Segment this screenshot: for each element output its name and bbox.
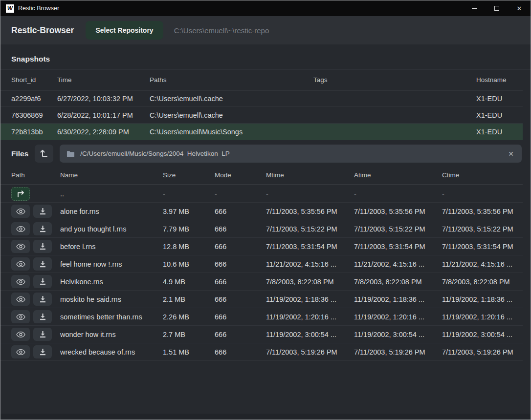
column-header-tags: Tags xyxy=(313,76,476,84)
window-title: Restic Browser xyxy=(18,5,59,12)
eye-icon xyxy=(16,243,25,250)
download-file-button[interactable] xyxy=(33,205,52,218)
file-size: 2.7 MB xyxy=(163,331,215,338)
column-header-atime: Atime xyxy=(354,171,442,179)
maximize-button[interactable] xyxy=(486,0,508,16)
preview-file-button[interactable] xyxy=(11,205,30,218)
column-header-short-id: Short_id xyxy=(11,76,57,84)
app-logo-icon: W xyxy=(6,4,14,13)
file-row: before l.rns 12.8 MB 666 7/11/2003, 5:31… xyxy=(0,238,523,255)
eye-icon xyxy=(16,261,25,268)
snapshot-hostname: X1-EDU xyxy=(476,95,523,103)
titlebar-left: W Restic Browser xyxy=(0,4,59,13)
snapshot-paths: C:\Users\emuell\Music\Songs xyxy=(150,128,313,136)
window-bottom-edge xyxy=(0,414,531,420)
column-header-size: Size xyxy=(163,171,215,179)
file-row: Helvikone.rns 4.9 MB 666 7/8/2003, 8:22:… xyxy=(0,273,523,291)
close-button[interactable]: ✕ xyxy=(508,0,531,16)
file-size: 1.51 MB xyxy=(163,348,215,356)
level-up-icon xyxy=(40,149,48,158)
preview-file-button[interactable] xyxy=(11,310,30,323)
download-file-button[interactable] xyxy=(33,293,52,306)
download-file-button[interactable] xyxy=(33,345,52,358)
current-path-text: /C/Users/emuell/Music/Songs/2004_Helveti… xyxy=(80,150,502,157)
download-icon xyxy=(39,313,46,320)
preview-file-button[interactable] xyxy=(11,222,30,235)
file-atime: 11/19/2002, 3:00:54 ... xyxy=(354,331,442,338)
eye-icon xyxy=(16,278,25,285)
column-header-name: Name xyxy=(60,171,163,179)
app-header: Restic-Browser Select Repository C:\User… xyxy=(0,16,531,44)
file-mode: 666 xyxy=(215,348,266,356)
file-row: wonder how it.rns 2.7 MB 666 11/19/2002,… xyxy=(0,326,523,343)
download-icon xyxy=(39,295,46,303)
preview-file-button[interactable] xyxy=(11,257,30,271)
preview-file-button[interactable] xyxy=(11,240,30,253)
snapshot-row[interactable]: a2299af6 6/27/2022, 10:03:32 PM C:\Users… xyxy=(0,90,523,107)
file-atime: - xyxy=(354,190,442,198)
snapshot-row[interactable]: 76306869 6/28/2022, 10:01:17 PM C:\Users… xyxy=(0,107,523,124)
download-file-button[interactable] xyxy=(33,240,52,253)
file-mode: 666 xyxy=(215,225,266,233)
eye-icon xyxy=(16,349,25,356)
clear-path-button[interactable]: ✕ xyxy=(507,150,515,157)
titlebar: W Restic Browser ✕ xyxy=(0,0,531,16)
file-mtime: 11/21/2002, 4:15:16 ... xyxy=(266,260,354,268)
eye-icon xyxy=(16,331,25,338)
snapshot-time: 6/27/2022, 10:03:32 PM xyxy=(57,95,150,103)
file-name: sometimes better than.rns xyxy=(60,313,163,321)
download-file-button[interactable] xyxy=(33,257,52,271)
parent-directory-row: .. - - - - - xyxy=(0,185,523,203)
file-atime: 7/11/2003, 5:31:54 PM xyxy=(354,243,442,251)
file-ctime: 11/21/2002, 4:15:16 ... xyxy=(442,260,523,268)
file-atime: 7/8/2003, 8:22:08 PM xyxy=(354,278,442,286)
clear-path-icon: ✕ xyxy=(508,150,514,158)
download-icon xyxy=(39,243,46,250)
download-icon xyxy=(39,260,46,268)
preview-file-button[interactable] xyxy=(11,293,30,306)
snapshots-table: Short_id Time Paths Tags Hostname a2299a… xyxy=(0,70,523,140)
file-ctime: - xyxy=(442,190,523,198)
file-row: feel home now !.rns 10.6 MB 666 11/21/20… xyxy=(0,255,523,273)
download-file-button[interactable] xyxy=(33,310,52,323)
eye-icon xyxy=(16,314,25,320)
snapshot-row-selected[interactable]: 72b813bb 6/30/2022, 2:28:09 PM C:\Users\… xyxy=(0,124,523,140)
files-table-header: Path Name Size Mode Mtime Atime Ctime xyxy=(0,166,523,185)
file-ctime: 7/8/2003, 8:22:08 PM xyxy=(442,278,523,286)
file-size: 2.26 MB xyxy=(163,313,215,321)
download-file-button[interactable] xyxy=(33,275,52,288)
preview-file-button[interactable] xyxy=(11,345,30,358)
column-header-path: Path xyxy=(11,171,60,179)
minimize-button[interactable] xyxy=(463,0,486,16)
file-size: 7.79 MB xyxy=(163,225,215,233)
file-mode: 666 xyxy=(215,295,266,303)
file-name: wrecked because of.rns xyxy=(60,348,163,356)
file-mode: 666 xyxy=(215,208,266,215)
download-icon xyxy=(39,278,46,285)
download-icon xyxy=(39,208,46,215)
download-file-button[interactable] xyxy=(33,222,52,235)
file-ctime: 11/19/2002, 3:00:54 ... xyxy=(442,331,523,338)
navigate-up-button[interactable] xyxy=(11,187,30,201)
column-header-time: Time xyxy=(57,76,150,84)
file-row: wrecked because of.rns 1.51 MB 666 7/11/… xyxy=(0,343,523,361)
files-table: Path Name Size Mode Mtime Atime Ctime ..… xyxy=(0,166,523,361)
file-atime: 7/11/2003, 5:35:56 PM xyxy=(354,208,442,215)
file-size: 4.9 MB xyxy=(163,278,215,286)
file-mode: 666 xyxy=(215,260,266,268)
preview-file-button[interactable] xyxy=(11,275,30,288)
file-name: .. xyxy=(60,190,163,198)
file-path-bar[interactable]: /C/Users/emuell/Music/Songs/2004_Helveti… xyxy=(60,145,522,163)
snapshot-time: 6/28/2022, 10:01:17 PM xyxy=(57,111,150,119)
file-mode: 666 xyxy=(215,313,266,321)
go-to-parent-directory-button[interactable] xyxy=(35,145,53,163)
select-repository-button[interactable]: Select Repository xyxy=(86,21,163,40)
download-file-button[interactable] xyxy=(33,328,52,341)
file-mode: 666 xyxy=(215,331,266,338)
column-header-hostname: Hostname xyxy=(476,76,523,84)
preview-file-button[interactable] xyxy=(11,328,30,341)
snapshots-table-header: Short_id Time Paths Tags Hostname xyxy=(0,70,523,90)
file-size: 10.6 MB xyxy=(163,260,215,268)
file-ctime: 11/19/2002, 1:20:16 ... xyxy=(442,313,523,321)
file-size: 3.97 MB xyxy=(163,208,215,215)
